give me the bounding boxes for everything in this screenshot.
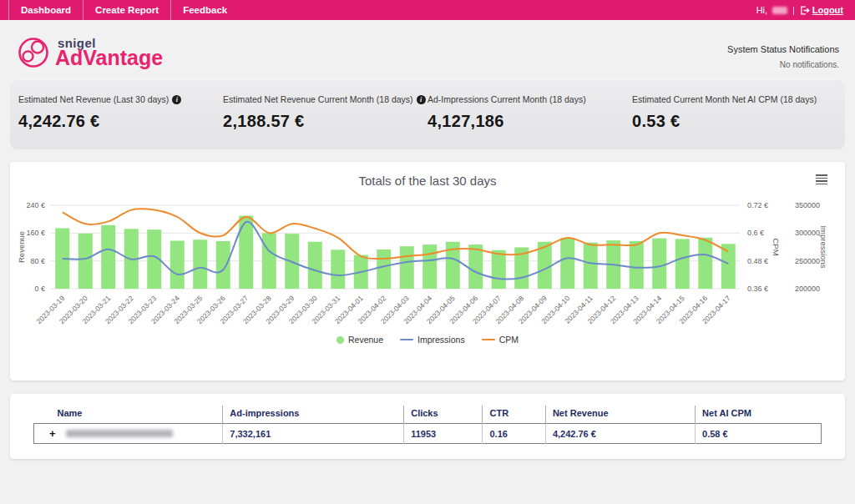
nav-item-create-report[interactable]: Create Report [83, 0, 170, 20]
revenue-axis-title: Revenue [17, 231, 26, 263]
table-row: + 7,332,161 11953 0.16 4,242.76 € 0.58 € [34, 424, 822, 444]
cpm-axis-title: CPM [772, 238, 781, 255]
impressions-legend-marker [400, 339, 413, 341]
svg-text:160 €: 160 € [26, 229, 45, 237]
brand-advantage: AdVantage [55, 48, 163, 68]
info-icon[interactable]: i [417, 95, 426, 104]
page-header: snigel AdVantage System Status Notificat… [0, 20, 855, 79]
name-cell: + [34, 424, 223, 444]
chart-legend: Revenue Impressions CPM [10, 335, 845, 345]
hamburger-icon [816, 174, 827, 176]
expand-row-button[interactable]: + [49, 428, 56, 439]
system-status-title: System Status Notifications [727, 44, 839, 54]
col-header-name: Name [34, 406, 223, 424]
username-redacted [772, 7, 787, 14]
stat-label: Ad-Impressions Current Month (18 days) [428, 94, 632, 104]
legend-item-cpm[interactable]: CPM [482, 335, 519, 345]
stat-value: 0.53 € [632, 112, 837, 131]
stat-value: 4,242.76 € [18, 112, 223, 131]
top-nav-bar: Dashboard Create Report Feedback Hi, | L… [0, 0, 855, 20]
chart-context-menu-button[interactable] [812, 171, 832, 189]
cpm-legend-marker [482, 339, 495, 341]
stat-value: 2,188.57 € [223, 112, 428, 131]
kpi-stats-band: Estimated Net Revenue (Last 30 days) i 4… [10, 79, 845, 149]
col-header-ctr: CTR [483, 406, 545, 424]
stat-label: Estimated Net Revenue (Last 30 days) i [18, 94, 223, 104]
logout-link[interactable]: Logout [800, 5, 843, 15]
stat-label: Estimated Net Revenue Current Month (18 … [223, 94, 428, 104]
nav-item-feedback[interactable]: Feedback [170, 0, 239, 20]
impressions-line[interactable] [63, 222, 729, 280]
nav-user-area: Hi, | Logout [756, 0, 855, 20]
stat-label: Estimated Current Month Net AI CPM (18 d… [632, 94, 837, 104]
nav-menu: Dashboard Create Report Feedback [0, 0, 239, 20]
totals-chart-card: Totals of the last 30 days 0 €80 €160 €2… [10, 162, 845, 381]
logout-icon [800, 6, 810, 15]
sites-table-card: Name Ad-impressions Clicks CTR Net Reven… [10, 394, 845, 459]
col-header-clicks: Clicks [404, 406, 483, 424]
legend-item-revenue[interactable]: Revenue [336, 335, 383, 345]
sites-table: Name Ad-impressions Clicks CTR Net Reven… [33, 406, 822, 444]
impressions-axis-ticks: 200000250000300000350000 [795, 201, 820, 293]
svg-text:0.36 €: 0.36 € [747, 285, 768, 293]
cpm-line[interactable] [63, 209, 729, 259]
net-revenue-cell: 4,242.76 € [545, 424, 695, 444]
svg-text:0 €: 0 € [34, 285, 45, 293]
system-status-block: System Status Notifications No notificat… [727, 20, 839, 79]
svg-text:300000: 300000 [795, 229, 820, 237]
stat-ad-impressions-current-month: Ad-Impressions Current Month (18 days) 4… [428, 79, 632, 149]
svg-text:240 €: 240 € [26, 201, 45, 209]
totals-chart-svg: 0 €80 €160 €240 €0.36 €0.48 €0.6 €0.72 €… [15, 188, 840, 335]
cpm-axis-ticks: 0.36 €0.48 €0.6 €0.72 € [747, 201, 768, 293]
revenue-axis-ticks: 0 €80 €160 €240 € [26, 201, 45, 293]
chart-title: Totals of the last 30 days [10, 162, 845, 188]
svg-text:350000: 350000 [795, 201, 820, 209]
nav-greeting: Hi, [756, 5, 767, 15]
nav-item-dashboard[interactable]: Dashboard [8, 0, 83, 20]
stat-net-ai-cpm-current-month: Estimated Current Month Net AI CPM (18 d… [632, 79, 837, 149]
ad-impressions-cell: 7,332,161 [223, 424, 404, 444]
stat-net-revenue-30d: Estimated Net Revenue (Last 30 days) i 4… [18, 79, 223, 149]
net-ai-cpm-cell: 0.58 € [696, 424, 822, 444]
brand-text: snigel AdVantage [55, 36, 163, 68]
table-header-row: Name Ad-impressions Clicks CTR Net Reven… [34, 406, 822, 424]
revenue-bars[interactable] [55, 216, 736, 290]
svg-text:250000: 250000 [795, 257, 820, 265]
col-header-net-ai-cpm: Net AI CPM [696, 406, 822, 424]
legend-item-impressions[interactable]: Impressions [400, 335, 465, 345]
col-header-ad-impressions: Ad-impressions [223, 406, 404, 424]
revenue-legend-marker [336, 336, 344, 344]
brand-logo[interactable]: snigel AdVantage [16, 25, 163, 79]
ctr-cell: 0.16 [483, 424, 545, 444]
stat-net-revenue-current-month: Estimated Net Revenue Current Month (18 … [223, 79, 428, 149]
svg-text:0.72 €: 0.72 € [747, 201, 768, 209]
svg-text:80 €: 80 € [30, 257, 45, 265]
svg-text:0.48 €: 0.48 € [747, 257, 768, 265]
clicks-cell: 11953 [404, 424, 483, 444]
nav-separator: | [792, 6, 795, 15]
col-header-net-revenue: Net Revenue [545, 406, 695, 424]
svg-text:200000: 200000 [795, 285, 820, 293]
svg-text:0.6 €: 0.6 € [747, 229, 764, 237]
x-axis-date-labels: 2023-03-192023-03-202023-03-212023-03-22… [34, 294, 732, 325]
impressions-axis-title: Impressions [819, 225, 828, 268]
system-status-message: No notifications. [727, 60, 839, 69]
site-name-redacted [66, 430, 173, 437]
snigel-logo-icon [16, 35, 51, 70]
stat-value: 4,127,186 [428, 112, 632, 131]
info-icon[interactable]: i [172, 95, 181, 104]
